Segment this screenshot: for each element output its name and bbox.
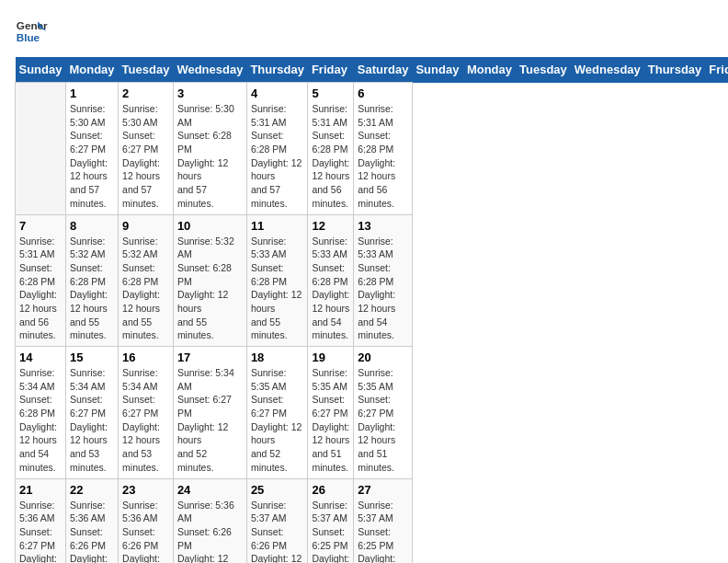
day-number: 9 [122, 219, 169, 233]
day-info: Sunrise: 5:35 AMSunset: 6:27 PMDaylight:… [312, 366, 349, 475]
day-info: Sunrise: 5:33 AMSunset: 6:28 PMDaylight:… [312, 235, 349, 343]
calendar-cell: 9Sunrise: 5:32 AMSunset: 6:28 PMDaylight… [119, 214, 174, 347]
calendar-cell: 20Sunrise: 5:35 AMSunset: 6:27 PMDayligh… [354, 347, 413, 479]
calendar-cell: 4Sunrise: 5:31 AMSunset: 6:28 PMDaylight… [246, 83, 308, 215]
day-number: 10 [177, 219, 243, 233]
calendar-cell: 26Sunrise: 5:37 AMSunset: 6:25 PMDayligh… [308, 478, 354, 563]
column-header-wednesday: Wednesday [571, 57, 644, 83]
svg-text:General: General [17, 19, 48, 31]
calendar-table: SundayMondayTuesdayWednesdayThursdayFrid… [15, 57, 728, 563]
day-info: Sunrise: 5:31 AMSunset: 6:28 PMDaylight:… [358, 102, 408, 211]
day-info: Sunrise: 5:31 AMSunset: 6:28 PMDaylight:… [312, 102, 349, 211]
day-number: 11 [251, 219, 304, 233]
calendar-week-3: 14Sunrise: 5:34 AMSunset: 6:28 PMDayligh… [16, 347, 729, 479]
svg-text:Blue: Blue [17, 31, 40, 43]
calendar-cell: 25Sunrise: 5:37 AMSunset: 6:26 PMDayligh… [246, 478, 308, 563]
day-info: Sunrise: 5:31 AMSunset: 6:28 PMDaylight:… [19, 235, 62, 343]
calendar-week-4: 21Sunrise: 5:36 AMSunset: 6:27 PMDayligh… [16, 478, 729, 563]
column-header-sunday: Sunday [412, 57, 462, 83]
day-number: 3 [177, 86, 243, 100]
calendar-cell: 2Sunrise: 5:30 AMSunset: 6:27 PMDaylight… [119, 83, 174, 215]
day-info: Sunrise: 5:33 AMSunset: 6:28 PMDaylight:… [358, 235, 408, 343]
column-header-tuesday: Tuesday [119, 57, 174, 83]
calendar-cell: 1Sunrise: 5:30 AMSunset: 6:27 PMDaylight… [65, 83, 118, 215]
column-header-sunday: Sunday [16, 57, 66, 83]
calendar-cell: 8Sunrise: 5:32 AMSunset: 6:28 PMDaylight… [65, 214, 118, 347]
column-header-thursday: Thursday [644, 57, 706, 83]
calendar-cell: 13Sunrise: 5:33 AMSunset: 6:28 PMDayligh… [354, 214, 413, 347]
column-header-monday: Monday [65, 57, 118, 83]
day-info: Sunrise: 5:34 AMSunset: 6:28 PMDaylight:… [19, 366, 62, 475]
day-number: 23 [122, 483, 169, 497]
day-info: Sunrise: 5:35 AMSunset: 6:27 PMDaylight:… [251, 366, 304, 475]
day-number: 13 [358, 219, 408, 233]
day-number: 18 [251, 350, 304, 364]
calendar-cell: 6Sunrise: 5:31 AMSunset: 6:28 PMDaylight… [354, 83, 413, 215]
day-info: Sunrise: 5:30 AMSunset: 6:27 PMDaylight:… [70, 102, 114, 211]
day-number: 5 [312, 86, 349, 100]
calendar-cell: 27Sunrise: 5:37 AMSunset: 6:25 PMDayligh… [354, 478, 413, 563]
column-header-tuesday: Tuesday [516, 57, 571, 83]
calendar-cell: 19Sunrise: 5:35 AMSunset: 6:27 PMDayligh… [308, 347, 354, 479]
day-number: 20 [358, 350, 408, 364]
day-info: Sunrise: 5:35 AMSunset: 6:27 PMDaylight:… [358, 366, 408, 475]
calendar-cell: 21Sunrise: 5:36 AMSunset: 6:27 PMDayligh… [16, 478, 66, 563]
day-number: 25 [251, 483, 304, 497]
day-info: Sunrise: 5:30 AMSunset: 6:27 PMDaylight:… [122, 102, 169, 211]
day-number: 21 [19, 483, 62, 497]
column-header-friday: Friday [308, 57, 354, 83]
column-header-monday: Monday [463, 57, 516, 83]
logo: General Blue [15, 15, 48, 48]
day-number: 8 [70, 219, 114, 233]
day-info: Sunrise: 5:36 AMSunset: 6:26 PMDaylight:… [177, 499, 243, 564]
calendar-cell: 3Sunrise: 5:30 AMSunset: 6:28 PMDaylight… [173, 83, 246, 215]
day-number: 6 [358, 86, 408, 100]
calendar-week-2: 7Sunrise: 5:31 AMSunset: 6:28 PMDaylight… [16, 214, 729, 347]
calendar-cell: 10Sunrise: 5:32 AMSunset: 6:28 PMDayligh… [173, 214, 246, 347]
calendar-week-1: 1Sunrise: 5:30 AMSunset: 6:27 PMDaylight… [16, 83, 729, 215]
day-info: Sunrise: 5:36 AMSunset: 6:26 PMDaylight:… [122, 499, 169, 564]
day-info: Sunrise: 5:34 AMSunset: 6:27 PMDaylight:… [122, 366, 169, 475]
day-number: 4 [251, 86, 304, 100]
day-number: 1 [70, 86, 114, 100]
calendar-cell: 17Sunrise: 5:34 AMSunset: 6:27 PMDayligh… [173, 347, 246, 479]
calendar-cell: 14Sunrise: 5:34 AMSunset: 6:28 PMDayligh… [16, 347, 66, 479]
column-header-wednesday: Wednesday [173, 57, 246, 83]
day-number: 19 [312, 350, 349, 364]
day-info: Sunrise: 5:36 AMSunset: 6:26 PMDaylight:… [70, 499, 114, 564]
day-info: Sunrise: 5:37 AMSunset: 6:25 PMDaylight:… [358, 499, 408, 564]
day-info: Sunrise: 5:36 AMSunset: 6:27 PMDaylight:… [19, 499, 62, 564]
calendar-cell: 7Sunrise: 5:31 AMSunset: 6:28 PMDaylight… [16, 214, 66, 347]
calendar-cell: 16Sunrise: 5:34 AMSunset: 6:27 PMDayligh… [119, 347, 174, 479]
calendar-cell: 22Sunrise: 5:36 AMSunset: 6:26 PMDayligh… [65, 478, 118, 563]
day-info: Sunrise: 5:32 AMSunset: 6:28 PMDaylight:… [177, 235, 243, 343]
day-info: Sunrise: 5:32 AMSunset: 6:28 PMDaylight:… [122, 235, 169, 343]
column-header-thursday: Thursday [246, 57, 308, 83]
day-info: Sunrise: 5:33 AMSunset: 6:28 PMDaylight:… [251, 235, 304, 343]
day-info: Sunrise: 5:30 AMSunset: 6:28 PMDaylight:… [177, 102, 243, 211]
day-number: 7 [19, 219, 62, 233]
page-header: General Blue [15, 15, 713, 48]
calendar-cell [16, 83, 66, 215]
calendar-cell: 18Sunrise: 5:35 AMSunset: 6:27 PMDayligh… [246, 347, 308, 479]
calendar-cell: 15Sunrise: 5:34 AMSunset: 6:27 PMDayligh… [65, 347, 118, 479]
day-number: 26 [312, 483, 349, 497]
day-number: 22 [70, 483, 114, 497]
day-number: 2 [122, 86, 169, 100]
calendar-header-row: SundayMondayTuesdayWednesdayThursdayFrid… [16, 57, 729, 83]
day-number: 15 [70, 350, 114, 364]
day-number: 12 [312, 219, 349, 233]
calendar-cell: 12Sunrise: 5:33 AMSunset: 6:28 PMDayligh… [308, 214, 354, 347]
day-info: Sunrise: 5:37 AMSunset: 6:26 PMDaylight:… [251, 499, 304, 564]
day-number: 24 [177, 483, 243, 497]
day-info: Sunrise: 5:34 AMSunset: 6:27 PMDaylight:… [70, 366, 114, 475]
day-info: Sunrise: 5:32 AMSunset: 6:28 PMDaylight:… [70, 235, 114, 343]
day-info: Sunrise: 5:31 AMSunset: 6:28 PMDaylight:… [251, 102, 304, 211]
calendar-cell: 24Sunrise: 5:36 AMSunset: 6:26 PMDayligh… [173, 478, 246, 563]
column-header-saturday: Saturday [354, 57, 413, 83]
day-number: 14 [19, 350, 62, 364]
calendar-cell: 23Sunrise: 5:36 AMSunset: 6:26 PMDayligh… [119, 478, 174, 563]
calendar-cell: 11Sunrise: 5:33 AMSunset: 6:28 PMDayligh… [246, 214, 308, 347]
day-number: 27 [358, 483, 408, 497]
day-info: Sunrise: 5:37 AMSunset: 6:25 PMDaylight:… [312, 499, 349, 564]
